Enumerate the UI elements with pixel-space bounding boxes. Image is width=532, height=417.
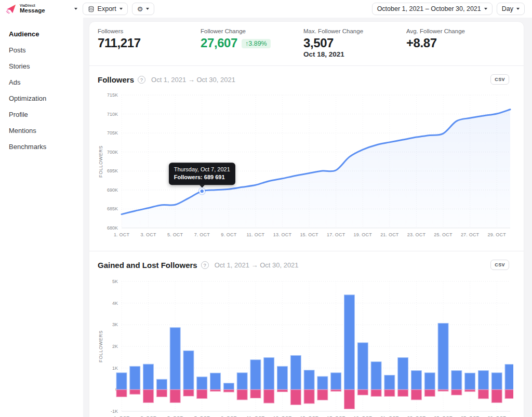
database-icon [88, 6, 95, 12]
stat-label: Avg. Follower Change [406, 28, 509, 34]
svg-text:3. OCT: 3. OCT [140, 232, 156, 237]
stat-max-follower-change: Max. Follower Change 3,507 Oct 18, 2021 [303, 28, 406, 58]
followers-section: Followers ? Oct 1, 2021 → Oct 30, 2021 C… [89, 66, 524, 246]
svg-text:23. OCT: 23. OCT [407, 232, 426, 237]
gear-icon: ⚙ [137, 6, 143, 12]
sidebar: Audience Posts Stories Ads Optimization … [0, 18, 83, 417]
stat-label: Max. Follower Change [303, 28, 406, 34]
help-icon[interactable]: ? [201, 261, 209, 269]
sidebar-item-posts[interactable]: Posts [4, 42, 79, 58]
svg-text:11. OCT: 11. OCT [247, 232, 265, 237]
svg-text:5K: 5K [112, 279, 118, 284]
csv-export-button[interactable]: CSV [490, 260, 509, 270]
svg-text:680K: 680K [107, 225, 118, 231]
gained-lost-chart-wrap: -1K01K2K3K4K5K1. OCT3. OCT5. OCT7. OCT9.… [89, 272, 524, 417]
stat-label: Followers [98, 28, 201, 34]
app-logo[interactable]: ViaDirect Message [5, 3, 45, 15]
svg-text:19. OCT: 19. OCT [354, 232, 373, 237]
brand-dropdown-caret-icon[interactable] [74, 8, 77, 10]
help-icon[interactable]: ? [138, 76, 145, 84]
svg-text:4K: 4K [112, 301, 118, 306]
sidebar-item-benchmarks[interactable]: Benchmarks [4, 139, 79, 155]
main-area: Followers 711,217 Follower Change 27,607… [83, 18, 532, 417]
svg-text:700K: 700K [107, 150, 118, 155]
sidebar-item-mentions[interactable]: Mentions [4, 123, 79, 139]
svg-text:685K: 685K [107, 207, 118, 212]
settings-caret-icon [146, 8, 149, 10]
svg-text:17. OCT: 17. OCT [327, 232, 345, 237]
svg-text:21. OCT: 21. OCT [380, 232, 399, 237]
stat-value: +8.87 [406, 36, 509, 49]
svg-text:-1K: -1K [111, 409, 118, 414]
export-button[interactable]: Export [83, 3, 128, 15]
svg-text:29. OCT: 29. OCT [487, 232, 506, 237]
svg-text:FOLLOWERS: FOLLOWERS [98, 330, 103, 362]
brand-name-large: Message [20, 8, 45, 14]
svg-text:7. OCT: 7. OCT [194, 232, 210, 237]
svg-text:27. OCT: 27. OCT [461, 232, 480, 237]
svg-text:2K: 2K [112, 344, 118, 349]
change-percent-badge: ↑3.89% [242, 39, 271, 48]
svg-text:1K: 1K [112, 366, 118, 371]
svg-text:25. OCT: 25. OCT [434, 232, 453, 237]
sidebar-item-profile[interactable]: Profile [4, 106, 79, 123]
gained-lost-bar-chart[interactable]: -1K01K2K3K4K5K1. OCT3. OCT5. OCT7. OCT9.… [98, 275, 513, 417]
stats-row: Followers 711,217 Follower Change 27,607… [89, 22, 524, 66]
stat-followers: Followers 711,217 [98, 28, 201, 58]
sidebar-item-ads[interactable]: Ads [4, 74, 79, 90]
svg-text:690K: 690K [107, 187, 118, 193]
followers-chart-wrap: 680K685K690K695K700K705K710K715K1. OCT3.… [89, 87, 524, 244]
svg-text:710K: 710K [107, 112, 118, 117]
svg-text:13. OCT: 13. OCT [273, 232, 292, 237]
date-range-button[interactable]: October 1, 2021 – October 30, 2021 [372, 3, 493, 15]
settings-button[interactable]: ⚙ [132, 3, 155, 15]
stat-follower-change: Follower Change 27,607↑3.89% [201, 28, 303, 58]
section-title: Followers [98, 75, 134, 84]
svg-text:FOLLOWERS: FOLLOWERS [98, 145, 103, 178]
svg-text:5. OCT: 5. OCT [167, 232, 183, 237]
sidebar-item-optimization[interactable]: Optimization [4, 90, 79, 106]
granularity-caret-icon [516, 8, 520, 10]
export-caret-icon [119, 8, 123, 10]
stat-avg-follower-change: Avg. Follower Change +8.87 [406, 28, 509, 58]
followers-line-chart[interactable]: 680K685K690K695K700K705K710K715K1. OCT3.… [98, 90, 513, 241]
granularity-button[interactable]: Day [497, 3, 525, 15]
gained-lost-section: Gained and Lost Followers ? Oct 1, 2021 … [89, 251, 524, 417]
date-range-label: October 1, 2021 – October 30, 2021 [377, 5, 481, 12]
svg-text:1. OCT: 1. OCT [114, 232, 130, 237]
stat-label: Follower Change [201, 28, 303, 34]
content-card: Followers 711,217 Follower Change 27,607… [89, 22, 524, 417]
sidebar-item-stories[interactable]: Stories [4, 58, 79, 74]
export-label: Export [98, 5, 116, 12]
date-range-caret-icon [484, 8, 487, 10]
svg-text:695K: 695K [107, 168, 118, 173]
section-date-range: Oct 1, 2021 → Oct 30, 2021 [151, 76, 235, 84]
svg-text:3K: 3K [112, 322, 118, 328]
top-bar: ViaDirect Message Export ⚙ October 1, 20… [0, 0, 532, 18]
stat-value: 711,217 [98, 36, 201, 49]
gained-lost-section-header: Gained and Lost Followers ? Oct 1, 2021 … [89, 251, 524, 272]
svg-text:9. OCT: 9. OCT [221, 232, 237, 237]
stat-value: 3,507 [303, 36, 406, 49]
stat-date: Oct 18, 2021 [303, 50, 406, 58]
svg-text:715K: 715K [107, 92, 118, 98]
followers-section-header: Followers ? Oct 1, 2021 → Oct 30, 2021 C… [89, 66, 524, 87]
granularity-label: Day [502, 5, 513, 12]
svg-text:705K: 705K [107, 130, 118, 136]
stat-value: 27,607 [201, 36, 237, 49]
paper-plane-logo-icon [5, 3, 17, 15]
sidebar-item-audience[interactable]: Audience [4, 26, 79, 42]
svg-text:15. OCT: 15. OCT [300, 232, 318, 237]
csv-export-button[interactable]: CSV [490, 74, 509, 85]
section-date-range: Oct 1, 2021 → Oct 30, 2021 [215, 261, 299, 269]
section-title: Gained and Lost Followers [98, 261, 197, 270]
